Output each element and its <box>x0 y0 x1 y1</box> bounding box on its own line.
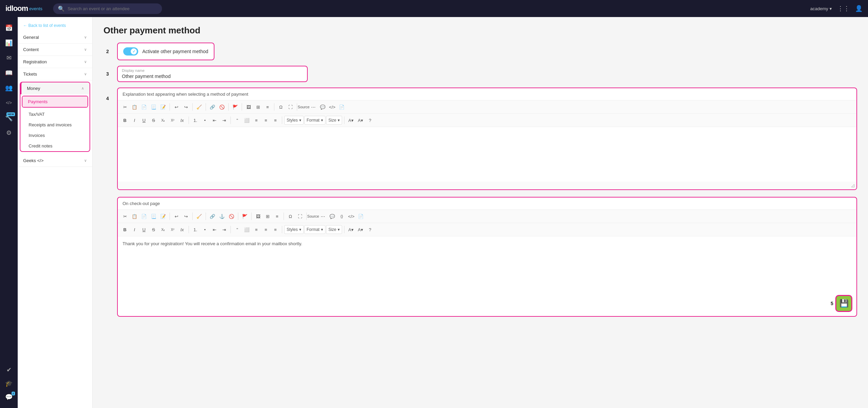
flag-button[interactable]: 🚩 <box>231 103 240 111</box>
fullscreen-button[interactable]: ⛶ <box>286 103 295 111</box>
search-input[interactable] <box>67 6 157 11</box>
source-button[interactable]: Source <box>299 103 308 111</box>
copy-button2[interactable]: 📋 <box>130 212 139 221</box>
sidebar-icon-email[interactable]: ✉ <box>2 51 16 65</box>
table-button[interactable]: ⊞ <box>254 103 262 111</box>
redo-button[interactable]: ↪ <box>181 103 190 111</box>
omega-button2[interactable]: Ω <box>286 212 295 221</box>
sidebar-icon-check[interactable]: ✔ <box>2 363 16 377</box>
italic-button2[interactable]: I <box>130 225 139 234</box>
cleanup-button2[interactable]: 🧹 <box>195 212 204 221</box>
lines-button[interactable]: ≡ <box>263 103 272 111</box>
sidebar-item-receipts[interactable]: Receipts and invoices <box>20 120 90 130</box>
styles-dropdown[interactable]: Styles ▾ <box>284 116 304 125</box>
table-button2[interactable]: ⊞ <box>263 212 272 221</box>
sidebar-item-payments[interactable]: Payments <box>22 96 87 107</box>
cut-button2[interactable]: ✂ <box>120 212 129 221</box>
format-dropdown2[interactable]: Format ▾ <box>304 225 325 234</box>
image-button2[interactable]: 🖼 <box>254 212 262 221</box>
template-button2[interactable]: 📄 <box>356 212 365 221</box>
italic-button[interactable]: I <box>130 116 139 125</box>
code-button[interactable]: </> <box>328 103 337 111</box>
sidebar-icon-calendar[interactable]: 📅 <box>2 21 16 35</box>
paste-button2[interactable]: 📄 <box>140 212 148 221</box>
undo-button2[interactable]: ↩ <box>172 212 181 221</box>
unordered-list-button2[interactable]: • <box>200 225 209 234</box>
sidebar-icon-settings[interactable]: ⚙ <box>2 126 16 140</box>
template-button[interactable]: 📄 <box>337 103 346 111</box>
font-color-button[interactable]: A▾ <box>347 116 355 125</box>
paste-text-button2[interactable]: 📃 <box>149 212 158 221</box>
align-left-button[interactable]: ⬜ <box>242 116 251 125</box>
sidebar-icon-users[interactable]: 👥 <box>2 81 16 95</box>
display-name-input[interactable] <box>122 74 303 79</box>
nav-section-tickets-header[interactable]: Tickets ∨ <box>18 68 92 80</box>
more-button2[interactable]: ⋯ <box>318 212 327 221</box>
help-button2[interactable]: ? <box>366 225 374 234</box>
strikethrough-button2[interactable]: S <box>149 225 158 234</box>
paste-word-button[interactable]: 📝 <box>159 103 167 111</box>
align-left-button2[interactable]: ⬜ <box>242 225 251 234</box>
anchor-button2[interactable]: ⚓ <box>218 212 226 221</box>
size-dropdown2[interactable]: Size ▾ <box>326 225 342 234</box>
nav-section-registration-header[interactable]: Registration ∨ <box>18 56 92 68</box>
blockquote-button[interactable]: " <box>233 116 242 125</box>
grid-icon[interactable]: ⋮⋮ <box>837 5 850 12</box>
indent-decrease-button2[interactable]: ⇤ <box>210 225 219 234</box>
omega-button[interactable]: Ω <box>276 103 285 111</box>
variables-button2[interactable]: {} <box>337 212 346 221</box>
comment-button2[interactable]: 💬 <box>328 212 337 221</box>
sidebar-icon-graduation[interactable]: 🎓 <box>2 377 16 390</box>
indent-increase-button[interactable]: ⇥ <box>220 116 228 125</box>
cleanup-button[interactable]: 🧹 <box>195 103 204 111</box>
copy-button[interactable]: 📋 <box>130 103 139 111</box>
strikethrough-button[interactable]: S <box>149 116 158 125</box>
size-dropdown[interactable]: Size ▾ <box>326 116 342 125</box>
sidebar-item-invoices[interactable]: Invoices <box>20 130 90 141</box>
unordered-list-button[interactable]: • <box>200 116 209 125</box>
align-center-button2[interactable]: ≡ <box>252 225 261 234</box>
subscript-button[interactable]: X₂ <box>159 116 167 125</box>
undo-button[interactable]: ↩ <box>172 103 181 111</box>
link-button[interactable]: 🔗 <box>208 103 217 111</box>
search-bar[interactable]: 🔍 <box>53 3 162 14</box>
nav-section-money-header[interactable]: Money ∧ <box>20 82 90 94</box>
sidebar-item-taxvat[interactable]: Tax/VAT <box>20 109 90 120</box>
fullscreen-button2[interactable]: ⛶ <box>295 212 304 221</box>
code-button2[interactable]: </> <box>347 212 356 221</box>
sidebar-item-credit-notes[interactable]: Credit notes <box>20 141 90 151</box>
subscript-button2[interactable]: X₂ <box>159 225 167 234</box>
paste-text-button[interactable]: 📃 <box>149 103 158 111</box>
align-justify-button[interactable]: ≡ <box>271 116 280 125</box>
styles-dropdown2[interactable]: Styles ▾ <box>284 225 304 234</box>
indent-increase-button2[interactable]: ⇥ <box>220 225 228 234</box>
sidebar-icon-chat[interactable]: 💬 2 <box>2 390 16 404</box>
sidebar-icon-wrench[interactable]: 🔧 NEW <box>2 111 16 125</box>
cut-button[interactable]: ✂ <box>120 103 129 111</box>
ordered-list-button2[interactable]: 1. <box>191 225 200 234</box>
comment-button[interactable]: 💬 <box>318 103 327 111</box>
nav-section-content-header[interactable]: Content ∨ <box>18 44 92 56</box>
indent-decrease-button[interactable]: ⇤ <box>210 116 219 125</box>
align-center-button[interactable]: ≡ <box>252 116 261 125</box>
help-button[interactable]: ? <box>366 116 374 125</box>
image-button[interactable]: 🖼 <box>244 103 253 111</box>
superscript-button2[interactable]: X² <box>168 225 177 234</box>
editor2-body[interactable]: Thank you for your registration! You wil… <box>118 236 856 291</box>
paste-word-button2[interactable]: 📝 <box>159 212 167 221</box>
back-to-events-link[interactable]: ← Back to list of events <box>18 20 92 31</box>
font-bg-button2[interactable]: A▾ <box>356 225 365 234</box>
underline-button2[interactable]: U <box>140 225 148 234</box>
unlink-button[interactable]: 🚫 <box>218 103 226 111</box>
redo-button2[interactable]: ↪ <box>181 212 190 221</box>
blockquote-button2[interactable]: " <box>233 225 242 234</box>
sidebar-icon-code[interactable]: </> <box>2 96 16 110</box>
align-right-button[interactable]: ≡ <box>261 116 270 125</box>
unlink-button2[interactable]: 🚫 <box>227 212 236 221</box>
more-button[interactable]: ⋯ <box>309 103 318 111</box>
flag-button2[interactable]: 🚩 <box>240 212 249 221</box>
resize-handle[interactable]: ⊿ <box>118 182 856 189</box>
bold-button2[interactable]: B <box>120 225 129 234</box>
sidebar-icon-chart[interactable]: 📊 <box>2 36 16 50</box>
superscript-button[interactable]: X² <box>168 116 177 125</box>
